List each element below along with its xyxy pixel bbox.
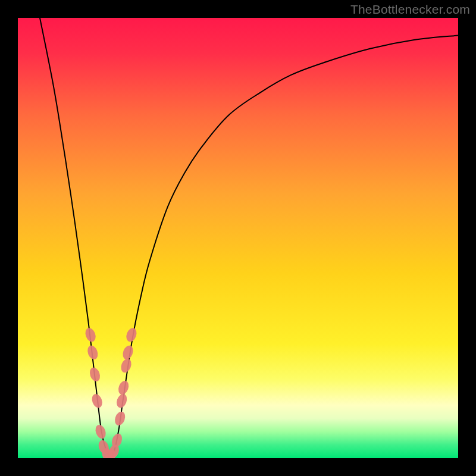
chart-plot-area	[18, 18, 458, 458]
chart-svg	[18, 18, 458, 458]
chart-frame: TheBottlenecker.com	[0, 0, 476, 476]
chart-background-gradient	[18, 18, 458, 458]
watermark-text: TheBottlenecker.com	[350, 2, 470, 17]
